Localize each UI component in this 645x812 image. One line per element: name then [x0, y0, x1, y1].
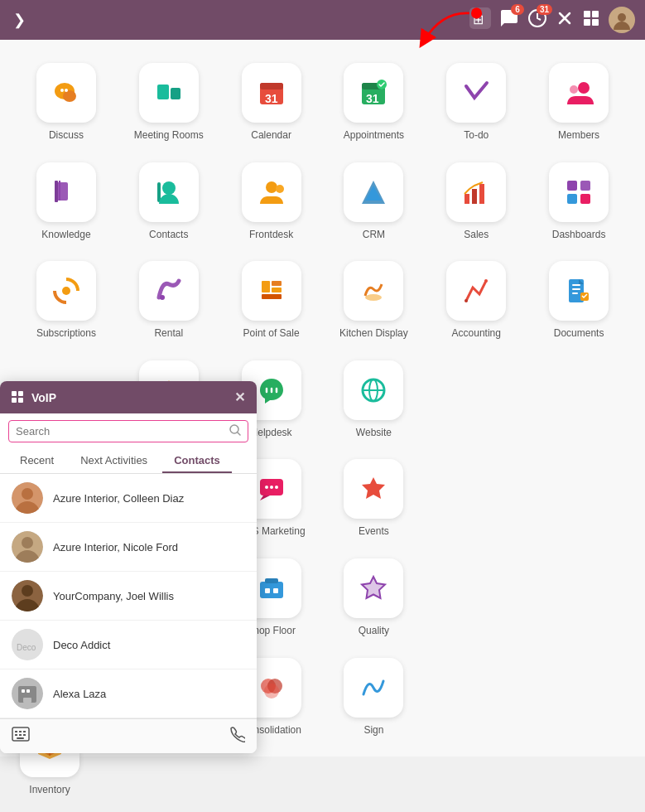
svg-point-35 — [162, 181, 176, 195]
app-accounting[interactable]: Accounting — [426, 251, 526, 347]
app-sales[interactable]: Sales — [426, 152, 526, 249]
svg-point-53 — [62, 287, 70, 295]
kitchen-app-icon — [344, 261, 403, 321]
crm-label: CRM — [363, 229, 385, 242]
svg-rect-3 — [584, 11, 590, 17]
svg-point-28 — [561, 75, 597, 111]
tab-recent[interactable]: Recent — [8, 449, 65, 473]
sales-label: Sales — [464, 229, 489, 242]
svg-point-121 — [22, 585, 33, 597]
svg-point-87 — [265, 486, 268, 489]
appointments-app-icon: 31 — [344, 63, 403, 123]
app-knowledge[interactable]: Knowledge — [17, 152, 116, 249]
search-icon — [229, 424, 241, 438]
app-frontdesk[interactable]: Frontdesk — [222, 152, 321, 249]
discuss-label: Discuss — [49, 129, 84, 143]
discuss-icon[interactable]: 6 — [499, 8, 519, 32]
svg-rect-136 — [17, 737, 24, 739]
contact-item-colleen[interactable]: Azure Interior, Colleen Diaz — [0, 474, 257, 523]
svg-text:⊞: ⊞ — [473, 12, 484, 27]
tab-next-activities[interactable]: Next Activities — [69, 449, 159, 473]
app-dashboards[interactable]: Dashboards — [529, 152, 628, 249]
svg-point-65 — [484, 279, 488, 283]
app-documents[interactable]: Documents — [529, 251, 628, 347]
events-app-icon — [344, 459, 403, 519]
svg-rect-16 — [157, 85, 169, 99]
svg-rect-6 — [592, 19, 599, 26]
kitchen-label: Kitchen Display — [339, 327, 408, 341]
svg-rect-128 — [23, 698, 31, 703]
contact-name-deco: Deco Addict — [53, 639, 110, 651]
close-icon[interactable] — [556, 9, 574, 31]
svg-rect-134 — [19, 734, 22, 736]
contact-avatar-nicole — [12, 531, 43, 563]
app-rental[interactable]: Rental — [119, 251, 219, 347]
pos-label: Point of Sale — [243, 327, 300, 341]
tab-contacts[interactable]: Contacts — [162, 449, 232, 473]
svg-rect-98 — [273, 588, 278, 593]
topbar-left: ❯ — [10, 7, 29, 32]
svg-rect-70 — [572, 292, 578, 294]
activity-icon[interactable]: 31 — [527, 8, 547, 32]
frontdesk-app-icon — [242, 162, 301, 222]
frontdesk-label: Frontdesk — [249, 229, 293, 242]
svg-point-30 — [570, 85, 578, 94]
app-members[interactable]: Members — [529, 53, 628, 149]
svg-text:31: 31 — [366, 92, 379, 105]
svg-rect-50 — [567, 194, 577, 204]
svg-rect-97 — [265, 588, 270, 593]
calendar-label: Calendar — [251, 129, 291, 143]
contacts-label: Contacts — [149, 229, 188, 242]
app-meeting-rooms[interactable]: Meeting Rooms — [119, 53, 219, 149]
svg-rect-48 — [567, 181, 577, 191]
contact-item-nicole[interactable]: Azure Interior, Nicole Ford — [0, 523, 257, 572]
contact-name-joel: YourCompany, Joel Willis — [53, 590, 174, 602]
app-calendar[interactable]: 31 Calendar — [222, 53, 321, 149]
app-contacts[interactable]: Contacts — [119, 152, 219, 249]
app-events[interactable]: Events — [325, 449, 424, 545]
voip-header-left: VoIP — [12, 391, 56, 404]
app-todo[interactable]: To-do — [426, 53, 526, 149]
svg-rect-68 — [572, 284, 580, 286]
keyboard-icon[interactable] — [12, 727, 30, 746]
voip-search-input[interactable] — [16, 425, 224, 437]
members-app-icon — [549, 63, 609, 123]
phone-dial-icon[interactable] — [229, 726, 245, 747]
app-sign[interactable]: Sign — [325, 648, 424, 744]
voip-search-container[interactable] — [8, 420, 248, 442]
contact-item-alexa[interactable]: Alexa Laza — [0, 669, 257, 718]
app-kitchen-display[interactable]: Kitchen Display — [325, 251, 424, 347]
svg-rect-60 — [262, 294, 282, 299]
rental-app-icon — [139, 261, 199, 321]
svg-rect-96 — [265, 578, 278, 583]
app-crm[interactable]: CRM — [325, 152, 424, 249]
grid-icon[interactable] — [582, 9, 600, 31]
svg-point-55 — [160, 295, 165, 300]
svg-rect-57 — [262, 281, 270, 292]
app-subscriptions[interactable]: Subscriptions — [17, 251, 116, 347]
svg-rect-59 — [272, 288, 282, 292]
dashboards-app-icon — [549, 162, 609, 222]
app-point-of-sale[interactable]: Point of Sale — [222, 251, 321, 347]
phone-icon[interactable]: ⊞ — [469, 7, 491, 33]
app-discuss[interactable]: Discuss — [17, 53, 116, 149]
svg-rect-51 — [580, 194, 590, 204]
accounting-app-icon — [446, 261, 506, 321]
voip-close-button[interactable]: ✕ — [234, 389, 245, 405]
svg-rect-112 — [18, 391, 23, 396]
svg-rect-127 — [26, 689, 30, 693]
svg-point-117 — [22, 488, 33, 500]
app-website[interactable]: Website — [325, 350, 424, 447]
app-quality[interactable]: Quality — [325, 549, 424, 645]
contact-item-deco-addict[interactable]: Deco Deco Addict — [0, 621, 257, 669]
contact-name-colleen: Azure Interior, Colleen Diaz — [53, 492, 184, 505]
sidebar-toggle[interactable]: ❯ — [10, 7, 29, 32]
user-avatar[interactable] — [609, 7, 635, 33]
contact-item-joel[interactable]: YourCompany, Joel Willis — [0, 572, 257, 621]
svg-rect-126 — [22, 689, 25, 693]
svg-point-27 — [458, 75, 494, 111]
svg-point-14 — [65, 89, 68, 92]
accounting-label: Accounting — [452, 327, 501, 341]
app-appointments[interactable]: 31 Appointments — [325, 53, 424, 149]
contact-avatar-alexa — [12, 678, 43, 709]
